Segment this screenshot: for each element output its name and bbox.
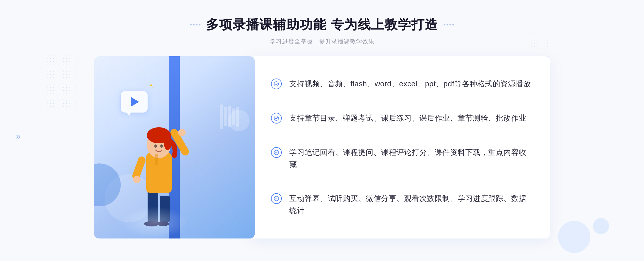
- svg-point-10: [154, 144, 157, 148]
- svg-point-15: [274, 82, 279, 86]
- page-subtitle: 学习进度全掌握，提升录播课教学效果: [190, 38, 454, 46]
- deco-circle-page: [558, 221, 590, 253]
- svg-point-11: [160, 144, 163, 148]
- svg-point-13: [133, 176, 141, 183]
- bg-dots-left: [46, 54, 78, 107]
- check-icon-2: [271, 113, 282, 124]
- feature-text-1: 支持视频、音频、flash、word、excel、ppt、pdf等各种格式的资源…: [289, 78, 531, 90]
- header-section: 多项录播课辅助功能 专为线上教学打造 学习进度全掌握，提升录播课教学效果: [190, 0, 454, 46]
- sparkle-decoration: [150, 84, 153, 88]
- feature-item-1: 支持视频、音频、flash、word、excel、ppt、pdf等各种格式的资源…: [271, 73, 531, 95]
- title-dots-right: [444, 24, 454, 25]
- feature-item-4: 互动弹幕、试听购买、微信分享、观看次数限制、学习进度跟踪、数据统计: [271, 187, 531, 222]
- main-content: 支持视频、音频、flash、word、excel、ppt、pdf等各种格式的资源…: [94, 56, 550, 238]
- deco-circle-page-2: [593, 218, 609, 234]
- title-row: 多项录播课辅助功能 专为线上教学打造: [190, 16, 454, 33]
- title-dots-left: [190, 24, 200, 25]
- check-icon-4: [271, 193, 282, 204]
- light-beam: [121, 206, 188, 238]
- check-icon-1: [271, 79, 282, 89]
- svg-rect-4: [146, 153, 172, 193]
- feature-item-3: 学习笔记回看、课程提问、课程评论打分、课件资料下载，重点内容收藏: [271, 141, 531, 176]
- feature-item-2: 支持章节目录、弹题考试、课后练习、课后作业、章节测验、批改作业: [271, 107, 531, 130]
- feature-text-3: 学习笔记回看、课程提问、课程评论打分、课件资料下载，重点内容收藏: [289, 147, 531, 171]
- feature-text-2: 支持章节目录、弹题考试、课后练习、课后作业、章节测验、批改作业: [289, 112, 526, 124]
- deco-circle-small: [228, 110, 250, 131]
- svg-point-16: [274, 116, 279, 121]
- feature-text-4: 互动弹幕、试听购买、微信分享、观看次数限制、学习进度跟踪、数据统计: [289, 193, 531, 217]
- features-card: 支持视频、音频、flash、word、excel、ppt、pdf等各种格式的资源…: [250, 56, 550, 238]
- svg-point-18: [274, 196, 279, 201]
- page-container: » 多项录播课辅助功能 专为线上教学打造 学习进度全掌握，提升录播课教学效果: [0, 0, 644, 261]
- check-icon-3: [271, 147, 282, 158]
- page-title: 多项录播课辅助功能 专为线上教学打造: [206, 16, 438, 33]
- svg-point-17: [274, 150, 279, 155]
- left-arrow-decoration: »: [16, 131, 21, 141]
- illustration-card: [94, 56, 255, 238]
- svg-point-12: [178, 129, 186, 136]
- svg-rect-14: [155, 154, 158, 165]
